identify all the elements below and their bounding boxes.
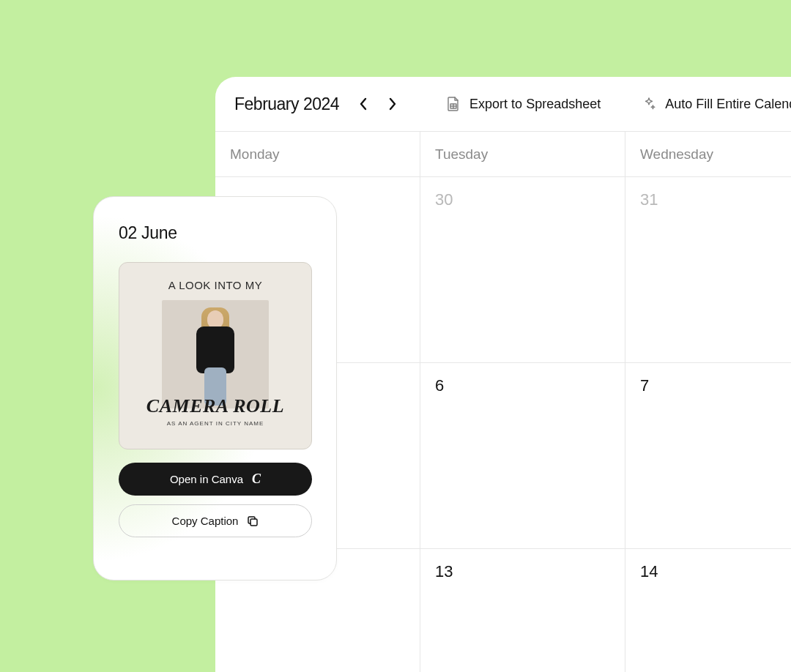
calendar-toolbar: February 2024 Export to Spreadsheet <box>215 77 791 132</box>
sparkle-icon <box>642 96 656 112</box>
media-top-text: A LOOK INTO MY <box>168 279 262 291</box>
day-number: 14 <box>640 562 658 580</box>
prev-month-button[interactable] <box>357 97 370 111</box>
post-media-tile[interactable]: A LOOK INTO MY CAMERA ROLL AS AN AGENT I… <box>119 262 312 449</box>
calendar-cell[interactable]: 13 <box>420 549 625 672</box>
day-number: 7 <box>640 376 649 395</box>
media-photo <box>162 300 269 408</box>
day-number: 6 <box>435 376 444 395</box>
export-spreadsheet-label: Export to Spreadsheet <box>469 97 601 112</box>
media-sub-text: AS AN AGENT IN CITY NAME <box>167 420 264 427</box>
copy-icon <box>247 515 259 527</box>
chevron-left-icon <box>359 97 368 111</box>
calendar-day-header-row: Monday Tuesday Wednesday <box>215 132 791 177</box>
svg-rect-3 <box>250 519 257 526</box>
copy-caption-label: Copy Caption <box>172 515 239 527</box>
calendar-title: February 2024 <box>234 94 339 114</box>
chevron-right-icon <box>388 97 397 111</box>
media-bottom-text: CAMERA ROLL <box>146 395 284 417</box>
day-number: 30 <box>435 190 453 209</box>
auto-fill-button[interactable]: Auto Fill Entire Calendar <box>642 96 791 112</box>
popover-date: 02 June <box>119 223 311 243</box>
spreadsheet-icon <box>446 96 461 112</box>
canva-icon: C <box>252 471 261 487</box>
open-in-canva-button[interactable]: Open in Canva C <box>119 463 312 496</box>
copy-caption-button[interactable]: Copy Caption <box>119 504 312 537</box>
next-month-button[interactable] <box>386 97 399 111</box>
calendar-cell[interactable]: 6 <box>420 363 625 549</box>
day-number: 13 <box>435 562 453 580</box>
calendar-cell[interactable]: 30 <box>420 177 625 363</box>
post-preview-popover: 02 June A LOOK INTO MY CAMERA ROLL AS AN… <box>93 196 337 580</box>
day-header-monday: Monday <box>215 132 420 176</box>
day-number: 31 <box>640 190 658 209</box>
day-header-wednesday: Wednesday <box>625 132 791 176</box>
export-spreadsheet-button[interactable]: Export to Spreadsheet <box>446 96 601 112</box>
auto-fill-label: Auto Fill Entire Calendar <box>665 97 791 112</box>
calendar-cell[interactable]: 7 <box>625 363 791 549</box>
calendar-nav <box>357 97 399 111</box>
calendar-cell[interactable]: 14 <box>625 549 791 672</box>
day-header-tuesday: Tuesday <box>420 132 625 176</box>
open-in-canva-label: Open in Canva <box>170 473 243 485</box>
calendar-cell[interactable]: 31 <box>625 177 791 363</box>
